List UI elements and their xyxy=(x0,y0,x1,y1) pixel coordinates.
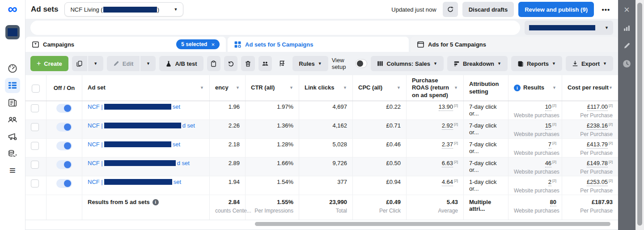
flag-pin-button[interactable] xyxy=(275,56,289,71)
ad-set-toggle[interactable] xyxy=(56,104,72,113)
table-header-row: Off / On Ad set▼ ency▼ CTR (all)▼ Link c… xyxy=(25,75,618,101)
name-redaction xyxy=(104,179,172,185)
ad-set-name-link[interactable]: NCF |d set xyxy=(88,160,190,166)
campaigns-table-icon[interactable] xyxy=(5,78,20,93)
account-overview-gauge-icon[interactable] xyxy=(5,61,20,76)
breakdown-button[interactable]: Breakdown▼ xyxy=(447,56,508,71)
rules-button[interactable]: Rules▼ xyxy=(292,56,328,71)
row-checkbox[interactable] xyxy=(31,142,39,150)
assign-people-button[interactable] xyxy=(258,56,272,71)
ad-set-toggle[interactable] xyxy=(56,160,72,169)
select-all-cell xyxy=(25,75,46,101)
reports-button[interactable]: Reports▼ xyxy=(511,56,562,71)
close-icon[interactable]: × xyxy=(618,1,636,19)
ctr-header[interactable]: CTR (all)▼ xyxy=(245,75,299,101)
audiences-people-icon[interactable] xyxy=(5,112,20,127)
info-icon[interactable]: i xyxy=(153,199,159,205)
edit-button[interactable]: Edit xyxy=(107,56,140,71)
frequency-header[interactable]: ency▼ xyxy=(209,75,245,101)
name-redaction xyxy=(104,104,171,110)
delete-button[interactable] xyxy=(241,56,254,71)
create-button[interactable]: +Create xyxy=(30,56,68,71)
reports-icon xyxy=(517,60,524,67)
info-icon[interactable]: i xyxy=(514,85,521,91)
advertising-settings-megaphone-icon[interactable] xyxy=(5,129,20,144)
table-row: NCF |set 2.18 1.28% 5,028 £0.46 2.37[2] … xyxy=(25,139,618,158)
level-tabs: Campaigns 5 selected × Ad sets for 5 Cam… xyxy=(25,37,618,52)
selected-count-badge[interactable]: 5 selected × xyxy=(176,39,220,49)
horizontal-scrollbar[interactable] xyxy=(255,222,610,226)
page-title: Ad sets xyxy=(31,5,58,14)
columns-button[interactable]: Columns: Sales▼ xyxy=(371,56,443,71)
discard-drafts-button[interactable]: Discard drafts xyxy=(462,2,514,17)
toolbar-right-group: View setup Columns: Sales▼ Breakdown▼ Re… xyxy=(332,56,613,71)
account-selector-dropdown[interactable]: NCF Living ( ) ▼ xyxy=(64,2,183,17)
ad-set-name-link[interactable]: NCF |set xyxy=(88,179,181,185)
review-and-publish-button[interactable]: Review and publish (9) xyxy=(518,2,594,17)
view-setup-toggle[interactable] xyxy=(356,59,368,68)
duplicate-dropdown-button[interactable]: ▼ xyxy=(88,56,103,71)
link-clicks-header[interactable]: Link clicks▼ xyxy=(299,75,352,101)
ad-set-name-link[interactable]: NCF |d set xyxy=(88,122,195,129)
campaigns-folder-icon xyxy=(32,41,39,48)
row-checkbox[interactable] xyxy=(31,179,39,187)
insights-chart-icon[interactable] xyxy=(618,19,636,37)
row-checkbox[interactable] xyxy=(31,123,39,131)
tab-ad-sets-label: Ad sets for 5 Campaigns xyxy=(245,41,313,48)
more-options-button[interactable]: ••• xyxy=(598,2,614,17)
table-row: NCF |d set 2.89 1.66% 9,726 £0.50 6.63[2… xyxy=(25,158,618,176)
vertical-scrollbar[interactable] xyxy=(637,3,642,226)
tab-ad-sets[interactable]: Ad sets for 5 Campaigns xyxy=(228,37,409,52)
edit-pencil-icon[interactable] xyxy=(618,37,636,55)
table-footer-row: Results from 5 ad setsi 2.84counts Cente… xyxy=(25,195,618,220)
clear-selection-icon[interactable]: × xyxy=(211,41,215,48)
refresh-button[interactable] xyxy=(443,2,458,17)
clipboard-button[interactable] xyxy=(207,56,220,71)
tab-ads[interactable]: Ads for 5 Campaigns xyxy=(411,37,618,52)
ad-sets-table: Off / On Ad set▼ ency▼ CTR (all)▼ Link c… xyxy=(25,75,618,220)
results-header[interactable]: iResults▼ xyxy=(508,75,562,101)
vertical-scroll-track[interactable] xyxy=(636,0,644,230)
account-selector-suffix: ) xyxy=(157,6,159,13)
select-all-checkbox[interactable] xyxy=(32,85,40,93)
date-range-dropdown[interactable]: ▼ xyxy=(525,21,613,35)
duplicate-button[interactable] xyxy=(72,56,87,71)
all-tools-menu-icon[interactable]: ≡ xyxy=(5,163,20,178)
ad-set-name-link[interactable]: NCF |set xyxy=(88,103,180,110)
ad-set-header[interactable]: Ad set▼ xyxy=(82,75,209,101)
plus-icon: + xyxy=(37,60,41,68)
people-icon xyxy=(262,60,269,67)
export-button[interactable]: Export▼ xyxy=(566,56,613,71)
ad-set-toggle[interactable] xyxy=(56,123,72,132)
ab-test-button[interactable]: A/B test xyxy=(159,56,203,71)
search-filter-input[interactable] xyxy=(30,21,520,35)
action-toolbar: +Create ▼ Edit ▼ A/B test xyxy=(25,52,618,75)
ad-set-name-link[interactable]: NCF |set xyxy=(88,141,180,148)
edit-dropdown-button[interactable]: ▼ xyxy=(140,56,156,71)
undo-icon xyxy=(228,60,234,67)
edit-button-group: Edit ▼ xyxy=(107,56,156,71)
cost-per-result-header[interactable]: Cost per result▼ xyxy=(562,75,618,101)
avatar-redaction xyxy=(8,28,17,36)
date-range-redaction xyxy=(529,25,595,30)
ads-manager-app: ∞ ≡ Ad sets NCF Living ( ) xyxy=(0,0,644,230)
meta-logo-icon[interactable]: ∞ xyxy=(8,1,17,17)
breakdown-icon xyxy=(453,60,460,67)
billing-coins-icon[interactable] xyxy=(5,146,20,161)
ad-set-toggle[interactable] xyxy=(56,141,72,150)
account-avatar[interactable] xyxy=(5,25,20,39)
row-checkbox[interactable] xyxy=(31,104,39,112)
main-content: Ad sets NCF Living ( ) ▼ Updated just no… xyxy=(25,0,618,230)
cpc-header[interactable]: CPC (all)▼ xyxy=(352,75,406,101)
row-checkbox[interactable] xyxy=(31,161,39,169)
chevron-down-icon: ▼ xyxy=(174,8,178,12)
copy-icon xyxy=(76,60,83,67)
history-clock-icon[interactable] xyxy=(618,55,636,72)
undo-button[interactable] xyxy=(224,56,237,71)
tab-campaigns[interactable]: Campaigns 5 selected × xyxy=(25,37,226,52)
toggle-header: Off / On xyxy=(46,75,82,101)
top-bar: Ad sets NCF Living ( ) ▼ Updated just no… xyxy=(25,0,618,19)
ads-reporting-pages-icon[interactable] xyxy=(5,95,20,110)
roas-header[interactable]: Purchase ROAS (return on ad spend)▼ xyxy=(406,75,463,101)
ad-set-toggle[interactable] xyxy=(56,179,72,188)
